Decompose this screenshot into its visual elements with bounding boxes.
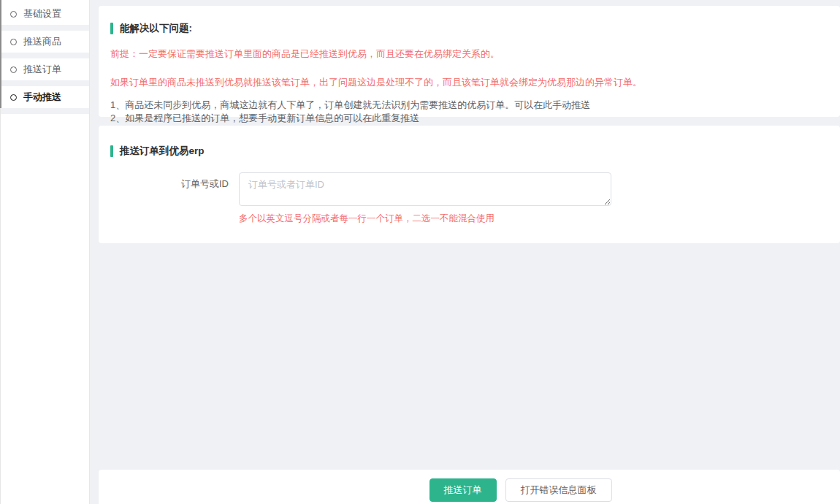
push-order-button[interactable]: 推送订单 (429, 478, 497, 502)
sidebar-item-label: 手动推送 (23, 91, 61, 104)
push-order-card-title: 推送订单到优易erp (110, 145, 828, 158)
sidebar-item-manual-push[interactable]: 手动推送 (0, 86, 89, 108)
radio-circle-icon (10, 66, 17, 73)
sidebar-divider (0, 108, 89, 114)
order-id-label: 订单号或ID (110, 177, 239, 191)
radio-circle-icon (10, 94, 17, 101)
order-id-textarea[interactable] (239, 172, 611, 206)
radio-circle-icon (10, 39, 17, 45)
sidebar-divider (0, 53, 89, 58)
order-id-hint: 多个以英文逗号分隔或者每一行一个订单，二选一不能混合使用 (239, 213, 828, 225)
warning-consequence: 如果订单里的商品未推送到优易就推送该笔订单，出了问题这边是处理不了的，而且该笔订… (110, 73, 828, 92)
sidebar: 基础设置 推送商品 推送订单 手动推送 (0, 0, 90, 504)
sidebar-item-label: 推送订单 (23, 63, 61, 76)
info-card: 能解决以下问题: 前提：一定要保证需要推送订单里面的商品是已经推送到优易，而且还… (99, 6, 840, 117)
open-error-panel-button[interactable]: 打开错误信息面板 (505, 478, 612, 502)
sidebar-left-border-dark (0, 0, 1, 108)
push-order-card: 推送订单到优易erp 订单号或ID 多个以英文逗号分隔或者每一行一个订单，二选一… (99, 126, 840, 243)
sidebar-item-push-orders[interactable]: 推送订单 (0, 58, 89, 80)
sidebar-left-border-light (0, 108, 1, 504)
sidebar-item-label: 基础设置 (23, 7, 61, 20)
sidebar-item-label: 推送商品 (23, 35, 61, 48)
info-card-title: 能解决以下问题: (110, 22, 828, 35)
note-line-1: 1、商品还未同步到优易，商城这边就有人下单了，订单创建就无法识别为需要推送的优易… (110, 99, 828, 112)
note-line-2: 2、如果是程序已推送的订单，想要手动更新订单信息的可以在此重复推送 (110, 112, 828, 125)
sidebar-item-push-products[interactable]: 推送商品 (0, 31, 89, 53)
sidebar-divider (0, 80, 89, 86)
main-content: 能解决以下问题: 前提：一定要保证需要推送订单里面的商品是已经推送到优易，而且还… (90, 0, 840, 504)
sidebar-divider (0, 25, 89, 31)
warning-precondition: 前提：一定要保证需要推送订单里面的商品是已经推送到优易，而且还要在优易绑定关系的… (110, 45, 828, 64)
green-accent-bar (110, 145, 113, 157)
info-card-title-text: 能解决以下问题: (120, 22, 192, 35)
action-bar: 推送订单 打开错误信息面板 (99, 470, 840, 504)
push-order-card-title-text: 推送订单到优易erp (120, 145, 205, 158)
sidebar-item-basic-settings[interactable]: 基础设置 (0, 3, 89, 25)
green-accent-bar (110, 23, 113, 34)
radio-circle-icon (10, 11, 17, 18)
